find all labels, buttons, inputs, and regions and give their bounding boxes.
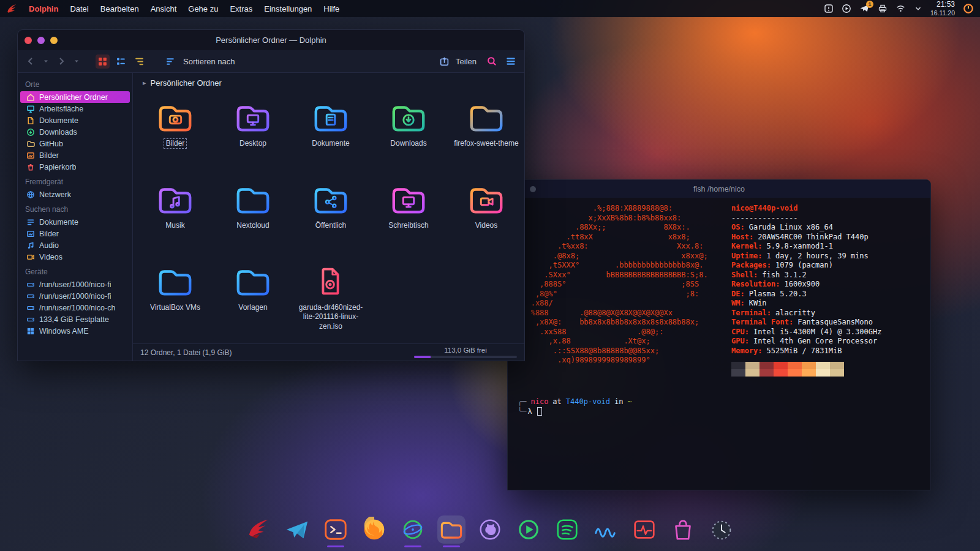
file-label: Downloads xyxy=(390,139,426,148)
share-label[interactable]: Teilen xyxy=(456,57,477,66)
back-dropdown[interactable] xyxy=(42,57,50,66)
sidebar-item-label: Papierkorb xyxy=(39,163,76,171)
menu-datei[interactable]: Datei xyxy=(70,4,88,13)
sidebar-item-suche-audio[interactable]: Audio xyxy=(20,239,130,251)
forward-dropdown[interactable] xyxy=(72,57,81,66)
share-button[interactable] xyxy=(437,54,451,69)
file-tile-virtualbox-vms[interactable]: VirtualBox VMs xyxy=(138,260,213,342)
folder-generic-icon xyxy=(154,260,197,303)
info-value: KWin xyxy=(749,299,767,307)
file-tile-desktop[interactable]: Desktop xyxy=(216,96,290,178)
forward-button[interactable] xyxy=(55,54,68,68)
dock-spotify[interactable] xyxy=(553,515,581,547)
sidebar-item-netzwerk[interactable]: Netzwerk xyxy=(20,189,130,200)
dock-firefox[interactable] xyxy=(360,515,388,547)
menu-einstellungen[interactable]: Einstellungen xyxy=(264,4,312,13)
file-tile-nextcloud[interactable]: Nextcloud xyxy=(216,178,290,260)
sidebar-item-downloads[interactable]: Downloads xyxy=(20,126,130,138)
dock-telegram[interactable] xyxy=(283,515,311,547)
prompt-word: in xyxy=(614,397,623,407)
sidebar-item-mount-1[interactable]: /run/user/1000/nico-fi xyxy=(20,279,130,290)
sort-label[interactable]: Sortieren nach xyxy=(183,57,235,66)
menu-hilfe[interactable]: Hilfe xyxy=(323,4,339,13)
file-tile-videos[interactable]: Videos xyxy=(449,178,524,260)
sidebar-item-label: /run/user/1000/nico-ch xyxy=(39,304,115,312)
power-button[interactable] xyxy=(963,3,974,14)
details-view-button[interactable] xyxy=(114,54,128,69)
icons-view-button[interactable] xyxy=(96,54,110,69)
info-value: 5.9.8-xanmod1-1 xyxy=(767,242,833,250)
file-tile-firefox-sweet-theme[interactable]: firefox-sweet-theme xyxy=(449,96,524,178)
globe-icon xyxy=(26,190,35,199)
sidebar-item-mount-3[interactable]: /run/user/1000/nico-ch xyxy=(20,302,130,313)
dock-timer[interactable] xyxy=(707,515,736,547)
file-tile-oeffentlich[interactable]: Öffentlich xyxy=(293,178,368,260)
breadcrumb[interactable]: ▸ Persönlicher Ordner xyxy=(133,73,524,89)
sidebar-item-dokumente[interactable]: Dokumente xyxy=(20,114,130,126)
tray-expander[interactable] xyxy=(914,4,922,13)
firefox-icon xyxy=(361,517,387,542)
menu-extras[interactable]: Extras xyxy=(230,4,252,13)
dock-web-globe[interactable] xyxy=(399,515,427,547)
menu-ansicht[interactable]: Ansicht xyxy=(151,4,177,13)
sidebar-item-festplatte[interactable]: 133,4 GiB Festplatte xyxy=(20,313,130,325)
shopping-bag-icon xyxy=(670,517,696,542)
notifications-tray-icon[interactable] xyxy=(824,4,834,13)
dolphin-titlebar[interactable]: Persönlicher Ordner — Dolphin xyxy=(18,30,524,50)
sidebar-item-persoenlicher-ordner[interactable]: Persönlicher Ordner xyxy=(20,91,130,103)
file-tile-downloads[interactable]: Downloads xyxy=(371,96,446,178)
sidebar-item-suche-dokumente[interactable]: Dokumente xyxy=(20,216,130,228)
sidebar-item-label: GitHub xyxy=(39,140,63,148)
sidebar-item-label: 133,4 GiB Festplatte xyxy=(39,315,109,324)
dolphin-toolbar: Sortieren nach Teilen xyxy=(18,50,524,73)
sidebar-item-label: Dokumente xyxy=(39,116,78,125)
sort-button[interactable] xyxy=(164,54,178,69)
folder-public-icon xyxy=(309,178,352,221)
info-value: 1079 (pacman) xyxy=(775,261,833,269)
trash-icon xyxy=(26,163,35,171)
dock-software-store[interactable] xyxy=(669,515,697,547)
folder-desktop-pink-icon xyxy=(387,178,430,221)
sidebar-item-suche-videos[interactable]: Videos xyxy=(20,251,130,263)
sidebar-item-windows-ame[interactable]: Windows AME xyxy=(20,325,130,337)
dock-github[interactable] xyxy=(476,515,504,547)
dock-green-player[interactable] xyxy=(514,515,543,547)
info-label: Terminal: xyxy=(731,309,771,317)
sidebar-item-label: Dokumente xyxy=(39,218,78,227)
hamburger-menu-button[interactable] xyxy=(503,54,518,69)
drive-icon xyxy=(26,304,35,312)
file-tile-vorlagen[interactable]: Vorlagen xyxy=(216,260,290,342)
sidebar-item-github[interactable]: GitHub xyxy=(20,138,130,149)
file-tile-schreibtisch[interactable]: Schreibtisch xyxy=(371,178,446,260)
dock-wave-app[interactable] xyxy=(592,515,620,547)
file-tile-garuda-iso[interactable]: garuda-dr460nized-lite-201116-linux-zen.… xyxy=(293,260,368,342)
printer-tray-icon[interactable] xyxy=(878,4,888,13)
sidebar-item-papierkorb[interactable]: Papierkorb xyxy=(20,161,130,173)
prompt-branch: ╰─ xyxy=(518,407,526,417)
dock-file-manager[interactable] xyxy=(437,515,466,547)
sidebar-item-arbeitsflaeche[interactable]: Arbeitsfläche xyxy=(20,103,130,114)
sidebar-item-suche-bilder[interactable]: Bilder xyxy=(20,228,130,239)
file-tile-bilder[interactable]: Bilder xyxy=(138,96,213,178)
terminal-titlebar[interactable]: fish /home/nico xyxy=(508,180,930,198)
search-button[interactable] xyxy=(484,54,499,69)
media-player-tray-icon[interactable] xyxy=(842,4,851,13)
menu-bearbeiten[interactable]: Bearbeiten xyxy=(100,4,139,13)
file-tile-dokumente[interactable]: Dokumente xyxy=(293,96,368,178)
dock-system-monitor[interactable] xyxy=(630,515,658,547)
back-button[interactable] xyxy=(24,54,37,68)
telegram-tray-icon[interactable]: 1 xyxy=(859,3,870,13)
sidebar-item-bilder[interactable]: Bilder xyxy=(20,149,130,161)
network-tray-icon[interactable] xyxy=(895,3,906,13)
info-label: OS: xyxy=(731,223,745,231)
sidebar-item-mount-2[interactable]: /run/user/1000/nico-fi xyxy=(20,290,130,302)
tree-view-button[interactable] xyxy=(132,54,146,69)
clock-widget[interactable]: 21:53 16.11.20 xyxy=(930,1,955,17)
dock-garuda-menu[interactable] xyxy=(244,515,273,547)
terminal-content[interactable]: .%;888:X8889888@8: x;XxXB%8b8:b8%b88xx8:… xyxy=(508,198,930,490)
dock-terminal[interactable] xyxy=(322,515,350,547)
sidebar-item-label: /run/user/1000/nico-fi xyxy=(39,292,111,301)
file-tile-musik[interactable]: Musik xyxy=(138,178,213,260)
free-space-label: 113,0 GiB frei xyxy=(444,347,486,354)
menu-gehe-zu[interactable]: Gehe zu xyxy=(188,4,218,13)
